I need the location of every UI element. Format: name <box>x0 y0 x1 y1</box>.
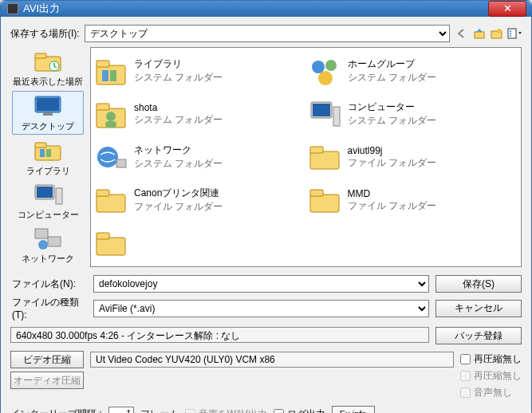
list-item[interactable]: ネットワークシステム フォルダー <box>94 139 305 175</box>
list-item[interactable]: aviutl99jファイル フォルダー <box>308 139 518 175</box>
filetype-label: ファイルの種類(T): <box>10 296 87 321</box>
svg-point-32 <box>106 112 116 121</box>
dialog-body: 保存する場所(I): デスクトップ <box>1 17 531 413</box>
item-name: shota <box>134 102 223 113</box>
mid-row: 最近表示した場所 デスクトップ ライブラリ コンピューター ネットワーク <box>10 47 522 267</box>
audio-compress-button: オーディオ圧縮 <box>10 372 84 389</box>
svg-rect-16 <box>46 149 51 157</box>
sidebar-item-recent[interactable]: 最近表示した場所 <box>12 47 84 89</box>
no-recompress-video-check[interactable]: 再圧縮無し <box>460 352 522 366</box>
nav-icons <box>455 26 522 41</box>
svg-rect-31 <box>97 104 109 110</box>
library-icon <box>94 54 128 88</box>
sidebar-item-computer[interactable]: コンピューター <box>12 180 84 222</box>
titlebar[interactable]: AVI出力 ✕ <box>1 1 531 17</box>
list-item[interactable]: ホームグループシステム フォルダー <box>308 53 518 89</box>
interleave-unit: フレーム <box>140 407 179 414</box>
list-item[interactable]: コンピューターシステム フォルダー <box>308 96 518 132</box>
exinfo-button[interactable]: Ex.info <box>332 406 375 413</box>
svg-rect-36 <box>333 107 340 126</box>
svg-rect-8 <box>35 53 46 58</box>
view-menu-icon[interactable] <box>507 26 522 41</box>
audio-wav-check: 音声をWAV出力 <box>185 407 267 414</box>
svg-rect-6 <box>510 35 511 37</box>
folder-icon <box>94 226 128 260</box>
item-name: MMD <box>348 188 436 199</box>
batch-button[interactable]: バッチ登録 <box>435 327 522 344</box>
svg-rect-19 <box>56 188 62 204</box>
item-sub: ファイル フォルダー <box>348 199 436 213</box>
places-sidebar: 最近表示した場所 デスクトップ ライブラリ コンピューター ネットワーク <box>10 47 85 267</box>
window-title: AVI出力 <box>23 2 60 16</box>
close-button[interactable]: ✕ <box>488 1 526 17</box>
svg-rect-25 <box>102 70 108 81</box>
computer-icon <box>308 97 341 131</box>
interleave-input[interactable] <box>108 407 134 413</box>
compress-buttons: ビデオ圧縮 オーディオ圧縮 <box>10 351 84 389</box>
save-in-row: 保存する場所(I): デスクトップ <box>10 25 522 42</box>
svg-rect-45 <box>97 238 125 255</box>
video-compress-button[interactable]: ビデオ圧縮 <box>10 351 84 368</box>
svg-point-28 <box>325 60 337 71</box>
item-sub: ファイル フォルダー <box>134 200 223 214</box>
sidebar-item-label: ライブラリ <box>26 165 70 177</box>
save-in-select[interactable]: デスクトップ <box>85 25 450 42</box>
item-name: ホームグループ <box>348 57 436 71</box>
svg-rect-26 <box>110 70 116 81</box>
log-output-check[interactable]: ログ出力 <box>274 407 325 414</box>
svg-point-2 <box>497 29 502 33</box>
file-list-pane[interactable]: ライブラリシステム フォルダー ホームグループシステム フォルダー shotaシ… <box>90 47 522 267</box>
cancel-button[interactable]: キャンセル <box>435 300 522 317</box>
svg-rect-38 <box>116 159 126 167</box>
item-name: Canonプリンタ関連 <box>134 187 223 200</box>
svg-rect-5 <box>510 33 511 34</box>
no-audio-check: 音声無し <box>460 386 522 399</box>
list-item[interactable]: ライブラリシステム フォルダー <box>94 53 305 89</box>
svg-rect-40 <box>310 147 323 153</box>
save-in-label: 保存する場所(I): <box>10 27 80 41</box>
network-globe-icon <box>94 140 128 174</box>
sidebar-item-desktop[interactable]: デスクトップ <box>12 91 84 135</box>
save-dialog: AVI出力 ✕ 保存する場所(I): デスクトップ <box>0 0 532 413</box>
svg-rect-24 <box>97 61 109 67</box>
new-folder-icon[interactable] <box>490 26 504 41</box>
sidebar-item-label: コンピューター <box>18 209 79 221</box>
filename-label: ファイル名(N): <box>10 277 87 291</box>
save-button[interactable]: 保存(S) <box>435 275 522 293</box>
svg-rect-14 <box>35 143 46 148</box>
sidebar-item-network[interactable]: ネットワーク <box>12 224 84 266</box>
svg-rect-33 <box>105 121 116 128</box>
file-list: ライブラリシステム フォルダー ホームグループシステム フォルダー shotaシ… <box>91 48 521 266</box>
computer-icon <box>32 182 64 207</box>
recompress-checks: 再圧縮無し 再圧縮無し 音声無し <box>460 351 522 399</box>
svg-rect-0 <box>475 32 484 38</box>
filetype-row: ファイルの種類(T): AviFile (*.avi) キャンセル <box>10 296 522 321</box>
filetype-select[interactable]: AviFile (*.avi) <box>93 300 429 317</box>
back-icon[interactable] <box>455 26 469 41</box>
item-sub: システム フォルダー <box>348 71 436 85</box>
folder-icon <box>308 183 341 217</box>
filename-input[interactable]: defokolovejoy <box>93 275 429 293</box>
svg-rect-41 <box>97 195 125 212</box>
svg-rect-44 <box>310 190 323 196</box>
sidebar-item-label: デスクトップ <box>22 120 74 132</box>
list-item[interactable]: Canonプリンタ関連ファイル フォルダー <box>94 182 305 218</box>
item-sub: システム フォルダー <box>348 114 436 128</box>
no-recompress-audio-check: 再圧縮無し <box>460 369 522 383</box>
list-item[interactable]: MMDファイル フォルダー <box>308 182 518 218</box>
item-name: ライブラリ <box>134 57 223 71</box>
svg-point-29 <box>318 71 333 85</box>
network-icon <box>32 226 64 251</box>
folder-icon <box>308 140 341 174</box>
svg-rect-39 <box>310 151 339 169</box>
desktop-icon <box>32 93 64 119</box>
list-item[interactable]: shotaシステム フォルダー <box>94 96 305 132</box>
codec-info: Ut Video Codec YUV420 (ULY0) VCM x86 <box>90 352 454 368</box>
up-icon[interactable] <box>472 26 487 41</box>
sidebar-item-library[interactable]: ライブラリ <box>12 136 84 179</box>
svg-point-27 <box>312 61 325 73</box>
library-icon <box>32 138 64 163</box>
svg-rect-4 <box>510 30 511 32</box>
list-item-partial[interactable] <box>94 225 305 262</box>
item-sub: システム フォルダー <box>134 71 223 85</box>
